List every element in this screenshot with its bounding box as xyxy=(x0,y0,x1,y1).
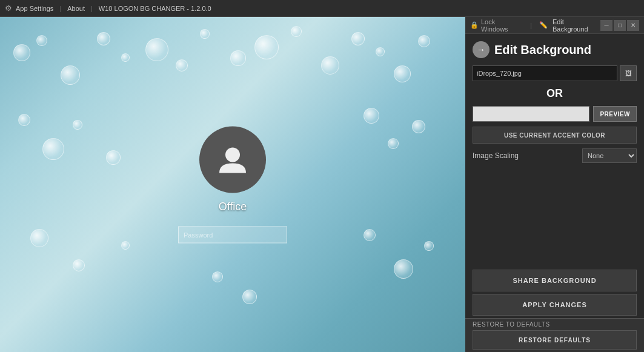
water-drop xyxy=(242,290,257,304)
water-drop xyxy=(351,32,365,45)
window-controls: ─ □ ✕ xyxy=(600,20,639,31)
svg-point-0 xyxy=(225,147,240,162)
close-button[interactable]: ✕ xyxy=(627,20,639,31)
scaling-label: Image Scaling xyxy=(473,151,519,160)
water-drop xyxy=(394,259,413,279)
apply-changes-button[interactable]: APPLY CHANGES xyxy=(473,294,637,316)
preview-button[interactable]: PREVIEW xyxy=(593,106,637,122)
water-drop xyxy=(30,229,48,247)
water-drop xyxy=(291,26,302,37)
menu-app-settings[interactable]: App Settings xyxy=(16,5,53,12)
water-drop xyxy=(254,35,279,59)
water-drop xyxy=(376,47,385,56)
user-name: Office xyxy=(219,200,247,213)
lock-label: Lock Windows xyxy=(481,18,523,33)
user-avatar xyxy=(199,126,266,193)
water-drop xyxy=(18,114,30,126)
edit-icon: ✏️ xyxy=(539,21,548,29)
water-drop xyxy=(388,138,399,149)
lock-icon: 🔒 xyxy=(470,21,479,29)
right-content: → Edit Background 🖼 OR PREVIEW USE CURRE… xyxy=(465,34,644,270)
right-panel: 🔒 Lock Windows | ✏️ Edit Background ─ □ … xyxy=(465,17,644,352)
water-drop xyxy=(42,138,64,160)
share-background-button[interactable]: SHARE BACKGROUND xyxy=(473,270,637,291)
water-drop xyxy=(121,241,130,250)
water-drop xyxy=(230,50,246,66)
menu-about[interactable]: About xyxy=(67,5,85,12)
water-drop xyxy=(121,53,130,62)
section-title-text: Edit Background xyxy=(494,43,591,57)
water-drop xyxy=(200,29,210,39)
water-drop xyxy=(418,35,430,47)
water-drop xyxy=(363,108,379,124)
login-overlay: Office xyxy=(178,126,287,243)
water-drop xyxy=(73,120,82,130)
arrow-icon: → xyxy=(473,41,490,58)
color-preview-row: PREVIEW xyxy=(473,106,637,122)
restore-defaults-button[interactable]: RESTORE DEFAULTS xyxy=(473,330,637,350)
lock-windows-item[interactable]: 🔒 Lock Windows xyxy=(470,18,523,33)
browse-icon: 🖼 xyxy=(625,70,632,77)
minimize-button[interactable]: ─ xyxy=(600,20,612,31)
restore-section: RESTORE TO DEFAULTS RESTORE DEFAULTS xyxy=(465,318,644,352)
water-drop xyxy=(394,65,411,82)
app-titlebar: ⚙ App Settings | About | W10 LOGON BG CH… xyxy=(0,0,644,17)
edit-background-label[interactable]: Edit Background xyxy=(553,18,600,33)
bottom-actions: SHARE BACKGROUND APPLY CHANGES xyxy=(465,270,644,318)
water-drop xyxy=(61,65,80,85)
password-input[interactable] xyxy=(178,226,287,243)
color-swatch[interactable] xyxy=(473,106,589,122)
scaling-select[interactable]: None Fill Fit Stretch Tile Center xyxy=(582,148,637,163)
app-title: W10 LOGON BG CHANGER - 1.2.0.0 xyxy=(99,5,211,12)
water-drop xyxy=(176,59,188,71)
app-icon: ⚙ xyxy=(5,4,12,13)
file-path-input[interactable] xyxy=(473,65,617,81)
water-drop xyxy=(73,259,85,271)
file-input-row: 🖼 xyxy=(473,65,637,81)
water-drop xyxy=(36,35,47,46)
user-icon xyxy=(214,141,251,178)
section-heading: → Edit Background xyxy=(473,41,637,58)
right-titlebar: 🔒 Lock Windows | ✏️ Edit Background ─ □ … xyxy=(465,17,644,34)
water-drop xyxy=(424,241,434,251)
water-drop xyxy=(321,56,339,75)
water-drop xyxy=(97,32,110,45)
scaling-row: Image Scaling None Fill Fit Stretch Tile… xyxy=(473,148,637,163)
main-content: Office 🔒 Lock Windows | ✏️ Edit Backgrou… xyxy=(0,17,644,352)
restore-section-label: RESTORE TO DEFAULTS xyxy=(473,321,637,328)
use-accent-color-button[interactable]: USE CURRENT ACCENT COLOR xyxy=(473,127,637,144)
water-drop xyxy=(106,150,121,165)
maximize-button[interactable]: □ xyxy=(614,20,626,31)
water-drop xyxy=(212,271,223,282)
or-divider: OR xyxy=(473,87,637,100)
file-browse-button[interactable]: 🖼 xyxy=(620,65,637,81)
water-drop xyxy=(13,44,30,61)
water-drop xyxy=(363,229,376,241)
water-drop xyxy=(145,38,168,61)
preview-panel: Office xyxy=(0,17,465,352)
water-drop xyxy=(412,120,425,133)
